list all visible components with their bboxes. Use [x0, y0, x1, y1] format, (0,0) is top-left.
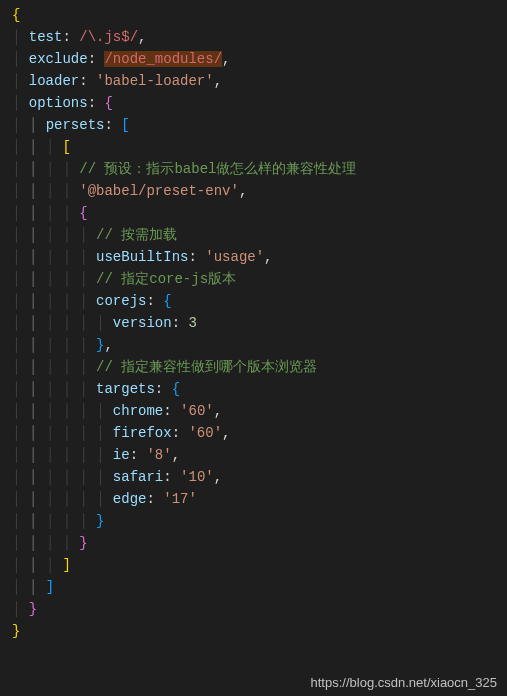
code-editor[interactable]: { │ test: /\.js$/, │ exclude: /node_modu…	[0, 4, 507, 642]
close-brace: }	[29, 601, 37, 617]
comment: // 预设：指示babel做怎么样的兼容性处理	[79, 161, 356, 177]
code-line: │ │ │ │ │ corejs: {	[0, 290, 507, 312]
string-value: '8'	[146, 447, 171, 463]
close-brace: }	[96, 513, 104, 529]
code-line: │ │ │ │ │ // 指定core-js版本	[0, 268, 507, 290]
property-persets: persets	[46, 117, 105, 133]
comment: // 按需加载	[96, 227, 177, 243]
code-line: │ │ │ │ {	[0, 202, 507, 224]
property-ie: ie	[113, 447, 130, 463]
open-bracket: [	[62, 139, 70, 155]
code-line: │ test: /\.js$/,	[0, 26, 507, 48]
string-value: 'usage'	[205, 249, 264, 265]
property-options: options	[29, 95, 88, 111]
property-test: test	[29, 29, 63, 45]
code-line: │ │ │ │ }	[0, 532, 507, 554]
code-line: │ │ │ │ │ │ ie: '8',	[0, 444, 507, 466]
open-brace: {	[172, 381, 180, 397]
watermark-text: https://blog.csdn.net/xiaocn_325	[311, 675, 497, 690]
property-targets: targets	[96, 381, 155, 397]
open-brace: {	[12, 7, 20, 23]
code-line: │ │ │ │ │ │ chrome: '60',	[0, 400, 507, 422]
code-line: │ │ │ │ │ }	[0, 510, 507, 532]
code-line: │ │ persets: [	[0, 114, 507, 136]
open-brace: {	[163, 293, 171, 309]
property-usebuiltins: useBuiltIns	[96, 249, 188, 265]
string-value: '@babel/preset-env'	[79, 183, 239, 199]
close-bracket: ]	[62, 557, 70, 573]
code-line: │ │ │ │ │ // 指定兼容性做到哪个版本浏览器	[0, 356, 507, 378]
regex-value: /\.js$/	[79, 29, 138, 45]
number-value: 3	[188, 315, 196, 331]
string-value: 'babel-loader'	[96, 73, 214, 89]
close-brace: }	[12, 623, 20, 639]
open-brace: {	[104, 95, 112, 111]
property-version: version	[113, 315, 172, 331]
regex-highlighted: /node_modules/	[104, 51, 222, 67]
code-line: │ │ │ │ │ │ safari: '10',	[0, 466, 507, 488]
code-line: │ │ │ │ │ useBuiltIns: 'usage',	[0, 246, 507, 268]
code-line: │ │ │ ]	[0, 554, 507, 576]
code-line: │ │ ]	[0, 576, 507, 598]
string-value: '60'	[180, 403, 214, 419]
string-value: '60'	[188, 425, 222, 441]
code-line: │ │ │ │ │ │ firefox: '60',	[0, 422, 507, 444]
comment: // 指定core-js版本	[96, 271, 236, 287]
code-line: │ loader: 'babel-loader',	[0, 70, 507, 92]
string-value: '10'	[180, 469, 214, 485]
property-firefox: firefox	[113, 425, 172, 441]
code-line: │ options: {	[0, 92, 507, 114]
code-line: │ │ │ │ │ },	[0, 334, 507, 356]
string-value: '17'	[163, 491, 197, 507]
open-bracket: [	[121, 117, 129, 133]
code-line: │ exclude: /node_modules/,	[0, 48, 507, 70]
property-chrome: chrome	[113, 403, 163, 419]
code-line: │ │ │ │ │ │ edge: '17'	[0, 488, 507, 510]
property-loader: loader	[29, 73, 79, 89]
code-line: │ │ │ │ │ targets: {	[0, 378, 507, 400]
code-line: │ │ │ [	[0, 136, 507, 158]
close-brace: }	[79, 535, 87, 551]
code-line: │ │ │ │ '@babel/preset-env',	[0, 180, 507, 202]
code-line: │ }	[0, 598, 507, 620]
close-bracket: ]	[46, 579, 54, 595]
code-line: │ │ │ │ // 预设：指示babel做怎么样的兼容性处理	[0, 158, 507, 180]
property-edge: edge	[113, 491, 147, 507]
code-line: }	[0, 620, 507, 642]
property-exclude: exclude	[29, 51, 88, 67]
code-line: │ │ │ │ │ // 按需加载	[0, 224, 507, 246]
code-line: │ │ │ │ │ │ version: 3	[0, 312, 507, 334]
open-brace: {	[79, 205, 87, 221]
code-line: {	[0, 4, 507, 26]
comment: // 指定兼容性做到哪个版本浏览器	[96, 359, 317, 375]
property-safari: safari	[113, 469, 163, 485]
property-corejs: corejs	[96, 293, 146, 309]
